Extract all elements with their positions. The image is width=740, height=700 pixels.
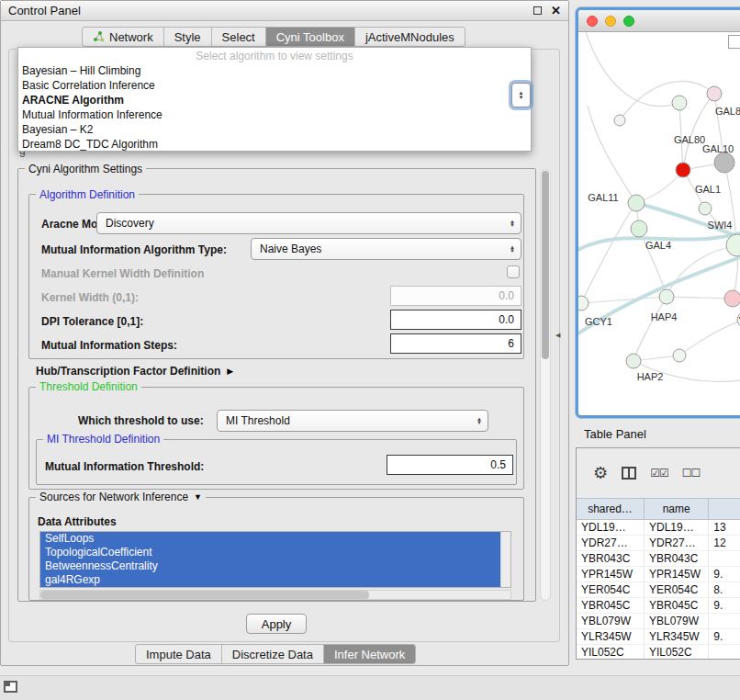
cyni-bottom-tabs: Impute Data Discretize Data Infer Networ… xyxy=(135,644,416,664)
dropdown-item[interactable]: Dream8 DC_TDC Algorithm xyxy=(18,137,531,152)
float-window-icon[interactable] xyxy=(533,6,542,15)
navigator-toggle[interactable] xyxy=(728,35,740,49)
mi-steps-input[interactable]: 6 xyxy=(390,333,521,354)
table-row[interactable]: YIL052CYIL052C xyxy=(577,645,740,660)
table-row[interactable]: YBL079WYBL079W xyxy=(577,614,740,629)
table-cell: YLR345W xyxy=(577,629,645,644)
network-node[interactable] xyxy=(724,290,740,307)
network-node[interactable] xyxy=(672,96,687,110)
list-item[interactable]: SelfLoops xyxy=(40,532,500,546)
tab-infer-network[interactable]: Infer Network xyxy=(324,645,415,663)
table-panel-title: Table Panel xyxy=(584,427,646,441)
columns-icon[interactable] xyxy=(622,467,636,480)
network-node[interactable] xyxy=(628,195,645,211)
tab-style[interactable]: Style xyxy=(164,28,212,46)
column-header[interactable] xyxy=(709,499,740,519)
network-edge xyxy=(683,94,714,170)
table-body: YDL19…YDL19…13YDR27…YDR27…12YBR043CYBR04… xyxy=(577,520,740,660)
network-node[interactable] xyxy=(614,115,625,126)
dropdown-item[interactable]: Mutual Information Inference xyxy=(18,107,531,122)
network-node[interactable] xyxy=(673,349,686,362)
tab-discretize-data[interactable]: Discretize Data xyxy=(222,645,324,663)
sources-section-toggle[interactable]: Sources for Network Inference ▼ xyxy=(36,491,206,503)
tab-label: Impute Data xyxy=(146,648,211,661)
dpi-tolerance-label: DPI Tolerance [0,1]: xyxy=(41,315,143,328)
settings-scrollbar[interactable] xyxy=(540,169,551,601)
tab-label: Style xyxy=(174,30,201,44)
panel-toggle-icon[interactable] xyxy=(4,681,17,693)
list-horizontal-scrollbar[interactable] xyxy=(39,590,511,600)
network-node[interactable] xyxy=(699,202,712,215)
hub-section-label: Hub/Transcription Factor Definition xyxy=(36,365,220,378)
table-cell: YBL079W xyxy=(645,614,709,628)
network-node[interactable] xyxy=(714,152,734,173)
control-panel-titlebar: Control Panel ✕ xyxy=(1,1,568,21)
tab-select[interactable]: Select xyxy=(212,28,266,46)
tab-impute-data[interactable]: Impute Data xyxy=(136,645,222,663)
network-node[interactable] xyxy=(659,289,674,304)
network-edge xyxy=(581,297,667,303)
select-all-icon[interactable]: ☑☑ xyxy=(650,467,668,480)
hub-section-toggle[interactable]: Hub/Transcription Factor Definition ▶ xyxy=(36,365,233,378)
dropdown-item[interactable]: Basic Correlation Inference xyxy=(18,78,531,93)
settings-gear-icon[interactable]: ⚙ xyxy=(593,463,608,483)
splitter-handle-icon[interactable]: ◀ xyxy=(555,332,560,339)
dropdown-item[interactable]: Bayesian – K2 xyxy=(18,122,531,137)
tab-network[interactable]: Network xyxy=(83,28,164,46)
network-icon xyxy=(93,31,105,42)
network-node-label: GAL8 xyxy=(715,106,740,117)
table-row[interactable]: YDR27…YDR27…12 xyxy=(577,536,740,551)
network-canvas[interactable]: GAL8GAL80GAL10GAL11GAL1SWI4GAL4GCY1HAP4H… xyxy=(578,32,740,415)
table-cell xyxy=(709,614,740,628)
zoom-traffic-light[interactable] xyxy=(623,16,634,27)
network-node-label: GCY1 xyxy=(585,316,612,327)
network-edge xyxy=(633,297,667,361)
table-row[interactable]: YDL19…YDL19…13 xyxy=(577,520,740,536)
dropdown-item-selected[interactable]: ARACNE Algorithm xyxy=(18,93,531,107)
table-cell: YPR145W xyxy=(577,567,645,581)
close-window-icon[interactable]: ✕ xyxy=(551,4,561,17)
table-cell: YLR345W xyxy=(645,629,709,644)
table-row[interactable]: YPR145WYPR145W9. xyxy=(577,567,740,582)
columns-icon-divider xyxy=(628,469,630,478)
dropdown-item[interactable]: Bayesian – Hill Climbing xyxy=(18,63,531,78)
mi-threshold-label: Mutual Information Threshold: xyxy=(45,460,204,473)
mi-type-select[interactable]: Naive Bayes ▲▼ xyxy=(251,238,521,260)
table-row[interactable]: YLR345WYLR345W9. xyxy=(577,629,740,645)
list-vertical-scrollbar[interactable] xyxy=(500,532,510,587)
tab-cyni-toolbox[interactable]: Cyni Toolbox xyxy=(266,28,355,46)
table-cell xyxy=(709,645,740,660)
list-item[interactable]: gal4RGexp xyxy=(40,573,500,587)
tab-jactivemodules[interactable]: jActiveMNodules xyxy=(355,28,465,46)
table-cell: YIL052C xyxy=(645,645,709,660)
list-item[interactable]: BetweennessCentrality xyxy=(40,559,500,573)
table-row[interactable]: YBR045CYBR045C9. xyxy=(577,598,740,614)
kernel-width-label: Kernel Width (0,1): xyxy=(41,291,139,304)
apply-button[interactable]: Apply xyxy=(246,614,307,634)
scrollbar-thumb[interactable] xyxy=(542,171,549,359)
algorithm-combo-spinner[interactable]: ▲▼ xyxy=(511,83,531,107)
deselect-all-icon[interactable]: ☐☐ xyxy=(682,467,701,480)
network-node[interactable] xyxy=(676,163,690,177)
mi-threshold-input[interactable]: 0.5 xyxy=(387,455,513,475)
data-attributes-list: SelfLoops TopologicalCoefficient Between… xyxy=(39,531,511,588)
minimize-traffic-light[interactable] xyxy=(605,16,616,27)
manual-kernel-checkbox[interactable] xyxy=(507,265,520,278)
network-node[interactable] xyxy=(631,220,647,237)
aracne-mode-select[interactable]: Discovery ▲▼ xyxy=(96,212,521,234)
column-header[interactable]: shared… xyxy=(577,499,645,519)
dpi-tolerance-input[interactable]: 0.0 xyxy=(390,310,521,330)
scrollbar-thumb[interactable] xyxy=(40,591,369,599)
kernel-width-input[interactable]: 0.0 xyxy=(390,286,521,306)
network-node[interactable] xyxy=(626,354,641,368)
table-cell: YDR27… xyxy=(577,536,645,550)
selected-value: Naive Bayes xyxy=(260,243,321,255)
table-row[interactable]: YER054CYER054C8. xyxy=(577,582,740,598)
network-node[interactable] xyxy=(707,86,722,101)
close-traffic-light[interactable] xyxy=(587,16,598,27)
list-item[interactable]: TopologicalCoefficient xyxy=(40,546,500,559)
table-row[interactable]: YBR043CYBR043C xyxy=(577,551,740,567)
which-threshold-select[interactable]: MI Threshold ▲▼ xyxy=(217,410,488,432)
network-node[interactable] xyxy=(578,296,589,310)
column-header[interactable]: name xyxy=(645,499,709,519)
